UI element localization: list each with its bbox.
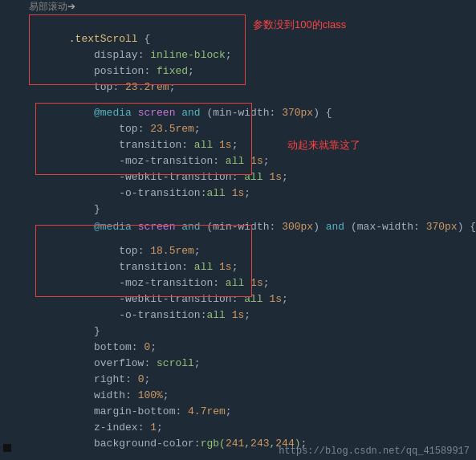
line-num-26 bbox=[0, 420, 28, 421]
line-num-8 bbox=[0, 121, 28, 122]
line-num-6 bbox=[0, 89, 28, 90]
line-num-22 bbox=[0, 356, 28, 356]
line-num-25 bbox=[0, 404, 28, 405]
line-num-17 bbox=[0, 275, 28, 276]
line-num-2 bbox=[0, 31, 28, 32]
line-num-13 bbox=[0, 203, 28, 204]
line-num-14 bbox=[0, 227, 28, 228]
editor-container: 参数没到100的class 动起来就靠这了 易部滚动➔ .textScroll … bbox=[0, 0, 476, 460]
line-num-1 bbox=[0, 15, 28, 16]
line-num-19 bbox=[0, 307, 28, 308]
line-num-24 bbox=[0, 388, 28, 389]
line-num-21 bbox=[0, 340, 28, 340]
line-num-11 bbox=[0, 169, 28, 170]
annotation-params: 参数没到100的class bbox=[253, 18, 346, 32]
footer-url: https://blog.csdn.net/qq_41589917 bbox=[272, 442, 476, 460]
line-num-5 bbox=[0, 79, 28, 80]
line-num-18 bbox=[0, 291, 28, 292]
line-num-7 bbox=[0, 105, 28, 106]
line-num-10 bbox=[0, 153, 28, 154]
line-num-15 bbox=[0, 243, 28, 244]
annotation-move: 动起来就靠这了 bbox=[287, 138, 360, 153]
line-num-16 bbox=[0, 259, 28, 260]
line-num-23 bbox=[0, 372, 28, 372]
line-num-4 bbox=[0, 63, 28, 64]
line-num-27 bbox=[0, 441, 28, 442]
line-num-3 bbox=[0, 47, 28, 48]
section-header: 易部滚动➔ bbox=[29, 0, 75, 14]
line-num-9 bbox=[0, 137, 28, 138]
line-num-20 bbox=[0, 324, 28, 324]
black-square bbox=[3, 444, 11, 452]
line-num-12 bbox=[0, 185, 28, 186]
